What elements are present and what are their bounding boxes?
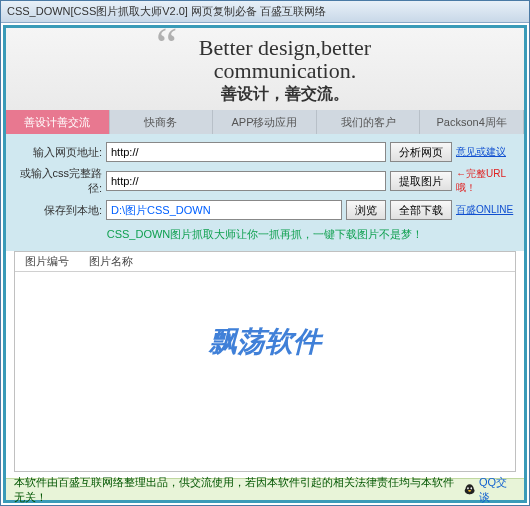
svg-point-3 [470, 487, 472, 489]
col-name: 图片名称 [89, 254, 133, 269]
url-input[interactable] [106, 142, 386, 162]
css-label: 或输入css完整路径: [16, 166, 106, 196]
tab-app[interactable]: APP移动应用 [213, 110, 317, 134]
titlebar: CSS_DOWN[CSS图片抓取大师V2.0] 网页复制必备 百盛互联网络 [1, 1, 529, 23]
css-input[interactable] [106, 171, 386, 191]
slogan-text: CSS_DOWN图片抓取大师让你一抓再抓，一键下载图片不是梦！ [16, 224, 514, 247]
download-all-button[interactable]: 全部下载 [390, 200, 452, 220]
css-hint: ←完整URL哦！ [456, 167, 514, 195]
footer: 本软件由百盛互联网络整理出品，供交流使用，若因本软件引起的相关法律责任均与本软件… [6, 478, 524, 500]
form-area: 输入网页地址: 分析网页 意见或建议 或输入css完整路径: 提取图片 ←完整U… [6, 134, 524, 251]
qq-icon [463, 483, 476, 497]
analyze-button[interactable]: 分析网页 [390, 142, 452, 162]
qq-link[interactable]: QQ交谈 [463, 475, 516, 505]
banner-en-2: communication. [46, 59, 524, 82]
feedback-link[interactable]: 意见或建议 [456, 145, 514, 159]
footer-text: 本软件由百盛互联网络整理出品，供交流使用，若因本软件引起的相关法律责任均与本软件… [14, 475, 463, 505]
tab-design[interactable]: 善设计善交流 [6, 110, 110, 134]
browse-button[interactable]: 浏览 [346, 200, 386, 220]
extract-button[interactable]: 提取图片 [390, 171, 452, 191]
window-title: CSS_DOWN[CSS图片抓取大师V2.0] 网页复制必备 百盛互联网络 [7, 4, 326, 19]
tab-business[interactable]: 快商务 [110, 110, 214, 134]
list-header: 图片编号 图片名称 [15, 252, 515, 272]
svg-point-2 [467, 487, 469, 489]
watermark: 飘荡软件 [209, 323, 321, 361]
banner: “ Better design,better communication. 善设… [6, 28, 524, 110]
banner-en-1: Better design,better [46, 36, 524, 59]
tab-bar: 善设计善交流 快商务 APP移动应用 我们的客户 Packson4周年 [6, 110, 524, 134]
col-id: 图片编号 [25, 254, 69, 269]
tab-clients[interactable]: 我们的客户 [317, 110, 421, 134]
list-area: 图片编号 图片名称 飘荡软件 [14, 251, 516, 472]
tab-packson[interactable]: Packson4周年 [420, 110, 524, 134]
save-input[interactable] [106, 200, 342, 220]
save-label: 保存到本地: [16, 203, 106, 218]
svg-point-4 [468, 490, 471, 492]
banner-zh: 善设计，善交流。 [46, 84, 524, 105]
list-body[interactable]: 飘荡软件 [15, 272, 515, 471]
online-link[interactable]: 百盛ONLINE [456, 203, 514, 217]
url-label: 输入网页地址: [16, 145, 106, 160]
quote-icon: “ [156, 33, 177, 57]
qq-label: QQ交谈 [479, 475, 516, 505]
